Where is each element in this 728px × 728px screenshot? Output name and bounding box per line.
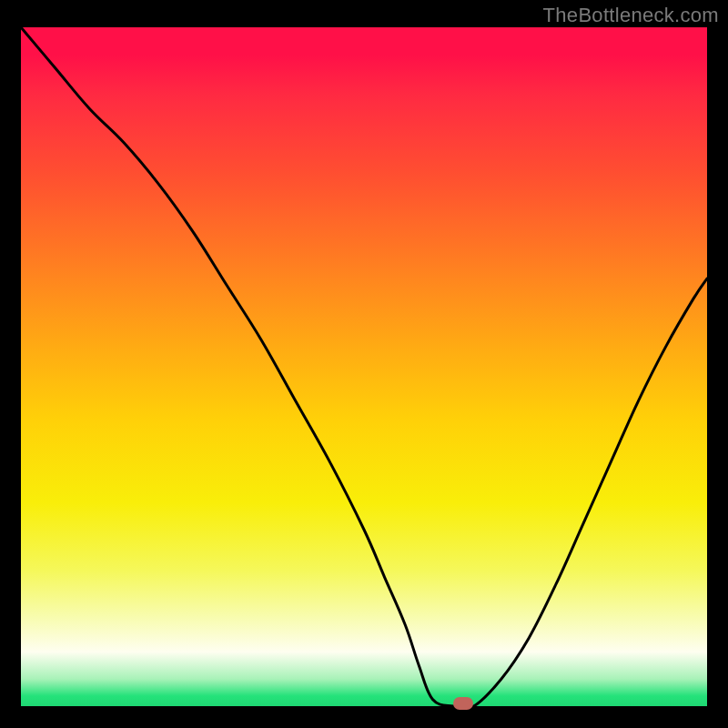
chart-frame: TheBottleneck.com	[0, 0, 728, 728]
curve-path	[21, 27, 707, 709]
plot-area	[21, 27, 707, 706]
optimum-marker	[453, 697, 473, 710]
watermark-text: TheBottleneck.com	[543, 4, 719, 27]
bottleneck-curve	[21, 27, 707, 706]
